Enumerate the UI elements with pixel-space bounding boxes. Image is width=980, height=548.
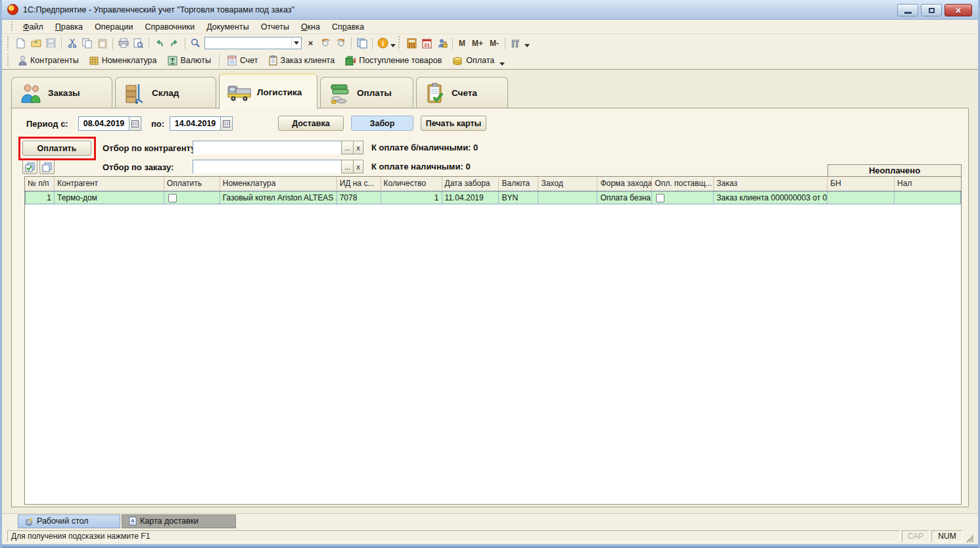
tab-invoices[interactable]: Счета xyxy=(416,77,508,108)
copy-fragment-button[interactable] xyxy=(354,36,369,51)
column-header[interactable]: Заход xyxy=(538,177,597,191)
pay-checkbox[interactable] xyxy=(168,194,177,202)
filter-order-clear-button[interactable]: x xyxy=(353,160,363,173)
cell-order[interactable]: Заказ клиента 000000003 от 0... xyxy=(714,191,828,204)
pickup-button[interactable]: Забор xyxy=(351,116,413,131)
cell-id[interactable]: 7078 xyxy=(337,191,381,204)
cell-nal[interactable] xyxy=(895,191,961,204)
toolbar-nomenclature-button[interactable]: Номенклатура xyxy=(84,56,162,65)
toolbar-overflow-icon[interactable] xyxy=(525,44,530,47)
filter-order-input[interactable] xyxy=(193,161,341,173)
column-header[interactable]: ИД на с... xyxy=(337,177,381,191)
period-to-field[interactable] xyxy=(170,116,233,131)
column-header[interactable]: Количество xyxy=(381,177,442,191)
cell-num[interactable]: 1 xyxy=(25,191,55,204)
filter-contractor-select-button[interactable]: ... xyxy=(341,141,354,154)
column-header[interactable]: БН xyxy=(828,177,895,191)
find-button[interactable] xyxy=(188,36,203,51)
print-map-button[interactable]: Печать карты xyxy=(421,116,486,131)
filter-contractor-field[interactable] xyxy=(193,141,342,154)
menu-reports[interactable]: Отчеты xyxy=(255,21,295,33)
mdi-tab-delivery-map[interactable]: A Карта доставки xyxy=(122,514,236,528)
cell-pay[interactable] xyxy=(164,191,220,204)
supplier-paid-checkbox[interactable] xyxy=(656,194,665,202)
search-input[interactable] xyxy=(205,38,291,48)
calendar-picker-button[interactable] xyxy=(129,117,141,130)
cell-pickup-date[interactable]: 11.04.2019 xyxy=(442,191,500,204)
search-combobox[interactable] xyxy=(204,37,302,49)
mdi-tab-desktop[interactable]: Рабочий стол xyxy=(18,514,120,528)
cell-bn[interactable] xyxy=(828,191,895,204)
print-button[interactable] xyxy=(116,36,131,51)
find-next-button[interactable] xyxy=(333,36,348,51)
info-button[interactable]: i xyxy=(375,36,390,51)
memory-recall-button[interactable]: M xyxy=(455,36,469,51)
menu-edit[interactable]: Правка xyxy=(49,21,89,33)
new-document-button[interactable] xyxy=(13,36,28,51)
print-preview-button[interactable] xyxy=(131,36,146,51)
tab-payments[interactable]: Оплаты xyxy=(320,77,413,108)
column-header[interactable]: Контрагент xyxy=(55,177,164,191)
save-button[interactable] xyxy=(43,36,58,51)
tab-orders[interactable]: Заказы xyxy=(11,77,112,108)
filter-contractor-clear-button[interactable]: x xyxy=(353,141,363,154)
period-from-input[interactable] xyxy=(79,117,129,130)
toolbar-contractors-button[interactable]: Контрагенты xyxy=(13,56,84,66)
cell-qty[interactable]: 1 xyxy=(381,191,442,204)
search-dropdown-button[interactable] xyxy=(291,37,301,49)
menu-file[interactable]: Файл xyxy=(17,21,49,33)
column-header[interactable]: Номенклатура xyxy=(220,177,337,191)
minimize-button[interactable] xyxy=(897,4,918,16)
undo-button[interactable] xyxy=(152,36,167,51)
column-header[interactable]: Оплатить xyxy=(164,177,220,191)
toolbar-invoice-button[interactable]: СЧЕТ Счет xyxy=(222,55,264,66)
menu-windows[interactable]: Окна xyxy=(295,21,326,33)
pickup-table[interactable]: № п/п Контрагент Оплатить Номенклатура И… xyxy=(24,176,962,505)
column-header[interactable]: Форма захода xyxy=(597,177,652,191)
cell-entry-form[interactable]: Оплата безна... xyxy=(597,191,652,204)
close-button[interactable]: × xyxy=(945,4,972,16)
restore-button[interactable] xyxy=(921,4,942,16)
toolbar-payment-button[interactable]: Оплата xyxy=(447,56,500,65)
cut-button[interactable] xyxy=(64,36,80,51)
tab-warehouse[interactable]: Склад xyxy=(115,77,216,108)
service-settings-button[interactable] xyxy=(508,36,523,51)
redo-button[interactable] xyxy=(167,36,182,51)
calendar-picker-button[interactable] xyxy=(220,117,232,130)
period-to-input[interactable] xyxy=(170,117,220,130)
column-header[interactable]: Валюта xyxy=(499,177,538,191)
filter-order-select-button[interactable]: ... xyxy=(341,160,354,173)
memory-plus-button[interactable]: M+ xyxy=(469,36,486,51)
paste-button[interactable] xyxy=(95,36,110,51)
tab-logistics[interactable]: Логистика xyxy=(219,73,317,109)
filter-contractor-input[interactable] xyxy=(193,142,341,154)
menu-catalogs[interactable]: Справочники xyxy=(139,21,200,33)
cell-entry[interactable] xyxy=(538,191,597,204)
uncheck-all-button[interactable] xyxy=(39,160,55,174)
delivery-button[interactable]: Доставка xyxy=(278,116,344,131)
calendar-button[interactable]: 31 xyxy=(419,36,434,51)
table-row[interactable]: 1 Термо-дом Газовый котел Ariston ALTEAS… xyxy=(25,191,961,204)
resize-grip[interactable] xyxy=(965,534,974,543)
column-header[interactable]: Опл. поставщ... xyxy=(652,177,714,191)
column-header[interactable]: № п/п xyxy=(25,177,55,191)
check-all-button[interactable] xyxy=(22,160,37,174)
cell-nomenclature[interactable]: Газовый котел Ariston ALTEAS ... xyxy=(220,191,337,204)
clear-search-button[interactable]: × xyxy=(303,36,318,51)
cell-currency[interactable]: BYN xyxy=(499,191,538,204)
column-header[interactable]: Дата забора xyxy=(442,177,500,191)
toolbar-client-order-button[interactable]: Заказ клиента xyxy=(264,55,340,66)
toolbar-currencies-button[interactable]: Валюты xyxy=(162,56,216,66)
info-dropdown-icon[interactable] xyxy=(390,44,396,47)
cell-contractor[interactable]: Термо-дом xyxy=(55,191,164,204)
toolbar-overflow-icon[interactable] xyxy=(500,62,505,66)
find-previous-button[interactable] xyxy=(318,36,333,51)
cell-supplier-paid[interactable] xyxy=(652,191,714,204)
copy-button[interactable] xyxy=(80,36,95,51)
period-from-field[interactable] xyxy=(78,116,141,131)
filter-order-field[interactable] xyxy=(193,160,342,173)
toolbar-goods-receipt-button[interactable]: Поступление товаров xyxy=(340,56,447,66)
menu-operations[interactable]: Операции xyxy=(89,21,139,33)
column-header[interactable]: Нал xyxy=(895,177,961,191)
calculator-button[interactable] xyxy=(404,36,419,51)
